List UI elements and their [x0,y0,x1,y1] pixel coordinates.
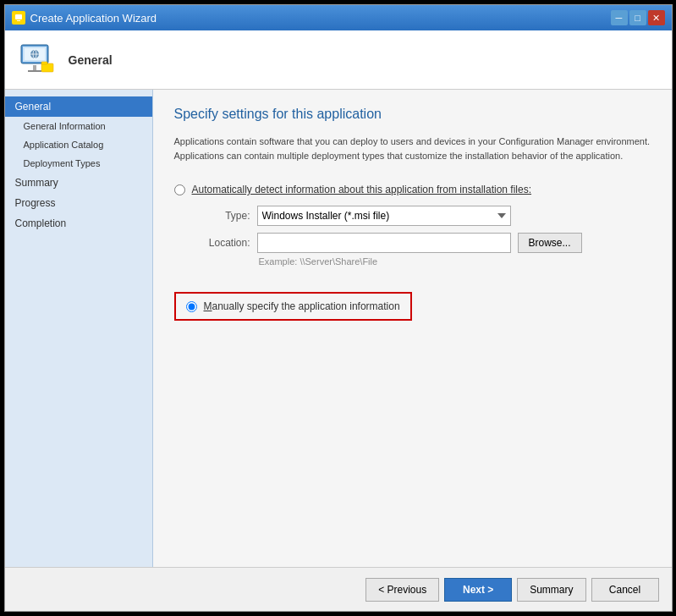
sidebar-item-general-information[interactable]: General Information [5,117,152,135]
app-icon [12,11,25,25]
location-label: Location: [191,237,250,249]
sidebar-item-completion[interactable]: Completion [5,213,152,234]
summary-button[interactable]: Summary [517,578,585,602]
cancel-button[interactable]: Cancel [591,578,659,602]
title-bar-left: Create Application Wizard [12,11,157,25]
sidebar-item-deployment-types[interactable]: Deployment Types [5,154,152,173]
auto-detect-label[interactable]: Automatically detect information about t… [192,184,532,195]
wizard-header: General [5,30,672,90]
wizard-body: General General Information Application … [5,90,672,567]
maximize-button[interactable]: □ [629,10,646,25]
manual-radio-wrapper: Manually specify the application informa… [174,283,651,321]
svg-rect-12 [41,62,47,64]
manual-radio-container[interactable]: Manually specify the application informa… [174,292,412,321]
sidebar-item-progress[interactable]: Progress [5,193,152,213]
title-bar-controls: ─ □ ✕ [611,10,665,25]
auto-detect-row: Automatically detect information about t… [174,184,651,195]
manual-label: Manually specify the application informa… [204,300,400,312]
main-content: Specify settings for this application Ap… [153,90,672,567]
type-select[interactable]: Windows Installer (*.msi file) Script In… [257,206,511,226]
type-row: Type: Windows Installer (*.msi file) Scr… [191,206,651,226]
location-input[interactable] [257,233,511,253]
auto-detect-fields: Type: Windows Installer (*.msi file) Scr… [191,206,651,267]
next-button[interactable]: Next > [444,578,512,602]
browse-button[interactable]: Browse... [518,233,582,253]
svg-rect-5 [33,65,36,70]
location-row: Location: Browse... [191,233,651,253]
example-text: Example: \\Server\Share\File [259,256,651,267]
type-label: Type: [191,210,250,222]
close-button[interactable]: ✕ [648,10,665,25]
radio-group: Automatically detect information about t… [174,184,651,321]
wizard-footer: < Previous Next > Summary Cancel [5,567,672,611]
manual-radio[interactable] [186,301,197,312]
wizard-window: Create Application Wizard ─ □ ✕ [4,4,673,612]
header-icon [18,40,58,80]
svg-rect-2 [17,20,20,21]
header-title: General [69,53,113,67]
auto-detect-radio[interactable] [174,184,185,195]
minimize-button[interactable]: ─ [611,10,628,25]
window-title: Create Application Wizard [30,12,157,25]
sidebar-item-general[interactable]: General [5,96,152,117]
sidebar-item-application-catalog[interactable]: Application Catalog [5,135,152,154]
svg-rect-6 [28,70,41,72]
description: Applications contain software that you c… [174,135,651,162]
sidebar-item-summary[interactable]: Summary [5,173,152,193]
sidebar: General General Information Application … [5,90,153,567]
svg-rect-11 [41,63,53,72]
previous-button[interactable]: < Previous [365,578,439,602]
svg-rect-1 [15,14,22,19]
title-bar: Create Application Wizard ─ □ ✕ [5,5,672,30]
page-title: Specify settings for this application [174,107,651,122]
